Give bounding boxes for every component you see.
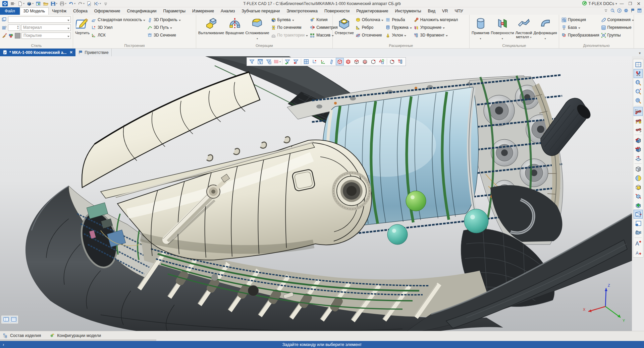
ribbon-button-Чертить[interactable]: Чертить — [74, 16, 90, 35]
style-layers-icon[interactable] — [1, 25, 7, 30]
tri-square-button[interactable] — [378, 58, 386, 65]
node3d-button[interactable] — [311, 58, 319, 65]
document-settings-button[interactable] — [86, 0, 93, 7]
menu-tab-Сборка[interactable]: Сборка — [70, 7, 91, 15]
ribbon-button-Упрощение[interactable]: Упрощение — [414, 24, 458, 31]
ribbon-button-Пружина[interactable]: Пружина — [385, 24, 412, 31]
cube-white-button[interactable] — [353, 58, 361, 65]
cube-2check-button[interactable] — [634, 145, 643, 154]
menu-tab-Чертёж[interactable]: Чертёж — [49, 7, 70, 15]
undo-button[interactable]: ▾ — [68, 0, 76, 7]
ribbon-button-Наложить материал[interactable]: Наложить материал — [414, 16, 458, 23]
zoom-window-button[interactable] — [634, 87, 643, 96]
workplane-button-2[interactable] — [10, 317, 17, 323]
filter-x-button[interactable] — [292, 58, 300, 65]
gear-button[interactable] — [624, 8, 629, 14]
cube-check-button[interactable] — [634, 136, 643, 145]
workplane-button-1[interactable] — [2, 317, 9, 323]
menu-tab-Параметры[interactable]: Параметры — [160, 7, 189, 15]
macros-button[interactable]: ▾ — [93, 0, 102, 7]
ribbon-button-По траектории[interactable]: По траектории — [271, 31, 309, 39]
new-window-button[interactable] — [35, 0, 42, 7]
ribbon-button-Преобразования[interactable]: Преобразования — [561, 31, 599, 39]
hide-button[interactable] — [634, 107, 643, 116]
menu-tab-3D Модель[interactable]: 3D Модель — [20, 7, 49, 15]
glasses-corner-button[interactable] — [634, 125, 643, 134]
menu-tab-Редактирование[interactable]: Редактирование — [353, 7, 391, 15]
ribbon-button-Группы[interactable]: Группы — [601, 31, 634, 39]
ribbon-button-Сопряжения[interactable]: Сопряжения — [601, 16, 634, 23]
menu-tab-Вид[interactable]: Вид — [424, 7, 439, 15]
menu-tab-Электротехника[interactable]: Электротехника — [283, 7, 321, 15]
window-button[interactable] — [637, 8, 642, 14]
ribbon-button-Вращение[interactable]: Вращение — [225, 16, 245, 35]
menu-tab-Зубчатые передачи[interactable]: Зубчатые передачи — [238, 7, 283, 15]
filter-box-button[interactable] — [256, 58, 264, 65]
dash-window-button[interactable] — [634, 60, 643, 69]
magnet-button[interactable] — [634, 69, 643, 78]
tab-list-dropdown[interactable]: ▼ — [638, 52, 641, 55]
ribbon-button-По сечениям[interactable]: По сечениям — [271, 24, 309, 31]
ribbon-button-Уклон[interactable]: Уклон — [385, 31, 412, 39]
menu-tab-Файл[interactable]: Файл — [0, 7, 20, 15]
ribbon-button-Листовой металл[interactable]: Листовойметалл ▾ — [515, 16, 533, 40]
print-button[interactable]: ▾ — [59, 0, 67, 7]
ribbon-button-Сглаживание[interactable]: Сглаживание▾ — [245, 16, 270, 38]
grid-window-button[interactable] — [302, 58, 310, 65]
menu-button[interactable] — [9, 0, 16, 7]
ribbon-button-Отсечение[interactable]: Отсечение — [355, 31, 384, 39]
redo-button[interactable]: ▾ — [77, 0, 85, 7]
filter-list-button[interactable] — [265, 58, 273, 65]
coating-combo[interactable]: Покрытие — [21, 32, 71, 39]
camera-button[interactable] — [634, 228, 643, 237]
zoom-pages-button[interactable] — [634, 78, 643, 87]
app-logo-button[interactable] — [1, 0, 9, 7]
cube-red-sel-button[interactable] — [336, 58, 344, 65]
viewport-3d[interactable]: Z X Y ▾ AA — [0, 56, 644, 331]
panel-tab-Состав изделия[interactable]: Состав изделия — [3, 333, 41, 338]
cube-red-ring-button[interactable] — [344, 58, 352, 65]
menu-tab-Оформление[interactable]: Оформление — [91, 7, 124, 15]
style-stack-icon[interactable] — [1, 17, 7, 22]
ribbon-button-Деформация[interactable]: Деформация▾ — [533, 16, 558, 38]
ribbon-button-Отверстие[interactable]: Отверстие — [334, 16, 355, 35]
sphere-shade-button[interactable] — [634, 173, 643, 183]
cube-ring-button[interactable] — [361, 58, 369, 65]
ribbon-button-3D Профиль[interactable]: 3D Профиль — [147, 16, 181, 23]
ribbon-button-3D Сечение[interactable]: 3D Сечение — [147, 31, 181, 39]
ribbon-button-Булева[interactable]: Булева — [271, 16, 309, 23]
ribbon-button-ЛСК[interactable]: ЛСК — [91, 31, 146, 39]
more-button[interactable] — [102, 0, 109, 7]
menu-tab-Измерение[interactable]: Измерение — [189, 7, 217, 15]
ribbon-button-3D Фрагмент[interactable]: 3D Фрагмент — [414, 31, 458, 39]
material-combo[interactable]: Материал — [21, 24, 71, 31]
select-rect-button[interactable]: ▾ — [273, 58, 281, 65]
status-expand-chevron[interactable]: › — [3, 342, 4, 347]
ribbon-button-База[interactable]: AБаза — [561, 24, 599, 31]
cube-arrows-button[interactable] — [634, 192, 643, 201]
flag-button[interactable] — [630, 8, 635, 14]
coating-swatch[interactable] — [15, 33, 20, 39]
filter-button[interactable] — [248, 58, 256, 65]
ribbon-button-Ребро[interactable]: Ребро — [355, 24, 384, 31]
panel-tab-Конфигурации модели[interactable]: Конфигурации модели — [50, 333, 101, 338]
menu-tab-VR[interactable]: VR — [439, 7, 451, 15]
ribbon-button-Выталкивание[interactable]: Выталкивание — [198, 16, 225, 35]
style-combo[interactable] — [8, 16, 71, 23]
ribbon-button-Переменные[interactable]: Переменные — [601, 24, 634, 31]
axes-button[interactable] — [319, 58, 327, 65]
cube-corner-button[interactable] — [388, 58, 396, 65]
search-button[interactable] — [610, 8, 615, 14]
zoom-all-button[interactable] — [634, 96, 643, 105]
ribbon-button-Проекция[interactable]: Проекция — [561, 16, 599, 23]
menu-tab-Спецификации[interactable]: Спецификации — [123, 7, 160, 15]
close-button[interactable]: ✕ — [637, 1, 641, 6]
new-3d-document-button[interactable]: ▾ — [26, 0, 34, 7]
minimize-button[interactable]: — — [620, 1, 624, 6]
style-spray-icon[interactable] — [1, 33, 7, 39]
ribbon-button-Резьба[interactable]: Резьба — [385, 16, 412, 23]
new-document-button[interactable]: ▾ — [17, 0, 25, 7]
perspective-button[interactable] — [634, 210, 643, 219]
plane-rotate-button[interactable] — [634, 154, 643, 163]
tflex-docs-button[interactable]: T-FLEX DOCs▾ — [582, 1, 617, 7]
